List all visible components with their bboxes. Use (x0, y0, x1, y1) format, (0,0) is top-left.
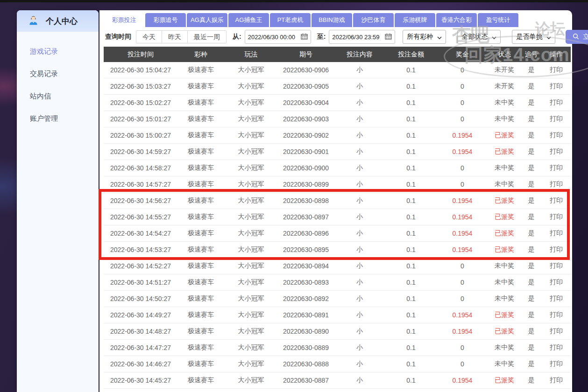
cell-period: 20220630-0902 (278, 132, 334, 139)
cell-play: 大小冠军 (224, 360, 278, 368)
cell-amount: 0.1 (385, 360, 437, 368)
cell-bet-time: 2022-06-30 14:49:27 (104, 311, 177, 319)
cell-amount: 0.1 (385, 328, 437, 335)
cell-action: 打印 (542, 131, 571, 140)
filter-select-value: 所有彩种 (407, 33, 433, 41)
print-link[interactable]: 打印 (550, 245, 563, 253)
search-button-label: 立即查询 (583, 33, 588, 41)
date-from-input[interactable]: 2022/06/30 00:00 (245, 30, 311, 44)
cell-period: 20220630-0906 (278, 66, 334, 74)
tab[interactable]: 彩票追号 (145, 13, 186, 27)
tab[interactable]: 彩票投注 (104, 13, 144, 27)
cell-play: 大小冠军 (224, 196, 278, 205)
cell-lottery: 极速赛车 (177, 343, 224, 352)
cell-chase: 是 (521, 294, 542, 303)
cell-lottery: 极速赛车 (177, 229, 224, 238)
cell-amount: 0.1 (385, 66, 437, 74)
tab[interactable]: 盈亏统计 (478, 13, 518, 27)
from-label: 从: (233, 33, 241, 41)
cell-lottery: 极速赛车 (177, 376, 224, 385)
filter-select[interactable]: 全部状态 (457, 30, 501, 44)
table-row: 2022-06-30 14:52:27极速赛车大小冠军20220630-0894… (104, 258, 571, 274)
cell-action: 打印 (542, 147, 571, 156)
cell-prize: 0 (437, 360, 488, 368)
table-header-cell: 奖金 (437, 50, 488, 59)
print-link[interactable]: 打印 (550, 196, 563, 204)
print-link[interactable]: 打印 (550, 229, 563, 237)
sidebar-item[interactable]: 游戏记录 (17, 40, 99, 63)
cell-lottery: 极速赛车 (177, 131, 224, 140)
print-link[interactable]: 打印 (550, 360, 563, 367)
print-link[interactable]: 打印 (550, 66, 563, 73)
tab[interactable]: BBIN游戏 (312, 13, 352, 27)
filter-selects: 所有彩种全部状态是否单挑 (403, 30, 555, 44)
cell-play: 大小冠军 (224, 245, 278, 254)
print-link[interactable]: 打印 (550, 376, 563, 384)
cell-chase: 是 (521, 229, 542, 238)
tab[interactable]: AG捕鱼王 (228, 13, 269, 27)
cell-amount: 0.1 (385, 99, 437, 106)
filter-select[interactable]: 所有彩种 (403, 30, 446, 44)
search-button[interactable]: 立即查询 (566, 30, 588, 44)
cell-period: 20220630-0900 (278, 164, 334, 172)
table-row: 2022-06-30 14:51:27极速赛车大小冠军20220630-0893… (104, 274, 571, 291)
tab[interactable]: 乐游棋牌 (395, 13, 435, 27)
tab[interactable]: 香港六合彩 (436, 13, 477, 27)
cell-action: 打印 (542, 66, 571, 74)
calendar-icon[interactable] (301, 33, 308, 41)
cell-period: 20220630-0899 (278, 181, 334, 188)
date-to-input[interactable]: 2022/06/30 23:59 (329, 30, 395, 44)
print-link[interactable]: 打印 (550, 82, 563, 90)
print-link[interactable]: 打印 (550, 98, 563, 106)
cell-content: 小 (334, 98, 385, 107)
print-link[interactable]: 打印 (550, 327, 563, 335)
cell-bet-time: 2022-06-30 14:53:27 (104, 246, 177, 253)
print-link[interactable]: 打印 (550, 131, 563, 139)
print-link[interactable]: 打印 (550, 262, 563, 269)
print-link[interactable]: 打印 (550, 343, 563, 351)
quick-range-button[interactable]: 最近一周 (188, 31, 226, 43)
tab-bar: 彩票投注彩票追号AG真人娱乐AG捕鱼王PT老虎机BBIN游戏沙巴体育乐游棋牌香港… (104, 13, 519, 27)
cell-period: 20220630-0897 (278, 213, 334, 221)
cell-lottery: 极速赛车 (177, 196, 224, 205)
sidebar-item[interactable]: 交易记录 (17, 63, 99, 85)
table-row: 2022-06-30 14:50:27极速赛车大小冠军20220630-0892… (104, 291, 571, 307)
print-link[interactable]: 打印 (550, 115, 563, 122)
search-icon (573, 33, 579, 41)
print-link[interactable]: 打印 (550, 294, 563, 302)
cell-amount: 0.1 (385, 181, 437, 188)
quick-range-button[interactable]: 昨天 (162, 31, 188, 43)
cell-bet-time: 2022-06-30 15:00:27 (104, 132, 177, 139)
sidebar-item[interactable]: 账户管理 (17, 107, 99, 130)
print-link[interactable]: 打印 (550, 147, 563, 155)
print-link[interactable]: 打印 (550, 180, 563, 188)
cell-action: 打印 (542, 278, 571, 287)
date-to-value: 2022/06/30 23:59 (332, 34, 379, 41)
sidebar-item[interactable]: 站内信 (17, 85, 99, 107)
cell-content: 小 (334, 180, 385, 189)
print-link[interactable]: 打印 (550, 213, 563, 220)
print-link[interactable]: 打印 (550, 311, 563, 318)
filter-select[interactable]: 是否单挑 (512, 30, 555, 44)
cell-period: 20220630-0891 (278, 311, 334, 319)
tab[interactable]: 沙巴体育 (353, 13, 394, 27)
tab[interactable]: PT老虎机 (270, 13, 311, 27)
cell-status: 已派奖 (488, 213, 521, 221)
table-row: 2022-06-30 15:02:27极速赛车大小冠军20220630-0904… (104, 95, 571, 111)
cell-period: 20220630-0888 (278, 360, 334, 368)
cell-lottery: 极速赛车 (177, 180, 224, 189)
cell-content: 小 (334, 278, 385, 287)
cell-amount: 0.1 (385, 164, 437, 172)
table-row: 2022-06-30 14:49:27极速赛车大小冠军20220630-0891… (104, 307, 571, 323)
calendar-icon[interactable] (385, 33, 392, 41)
cell-chase: 是 (521, 98, 542, 107)
tab[interactable]: AG真人娱乐 (187, 13, 227, 27)
print-link[interactable]: 打印 (550, 164, 563, 171)
quick-range-button[interactable]: 今天 (136, 31, 162, 43)
cell-prize: 0 (437, 66, 488, 74)
cell-action: 打印 (542, 98, 571, 107)
cell-action: 打印 (542, 180, 571, 189)
cell-bet-time: 2022-06-30 14:55:27 (104, 213, 177, 221)
cell-period: 20220630-0901 (278, 148, 334, 155)
print-link[interactable]: 打印 (550, 278, 563, 286)
